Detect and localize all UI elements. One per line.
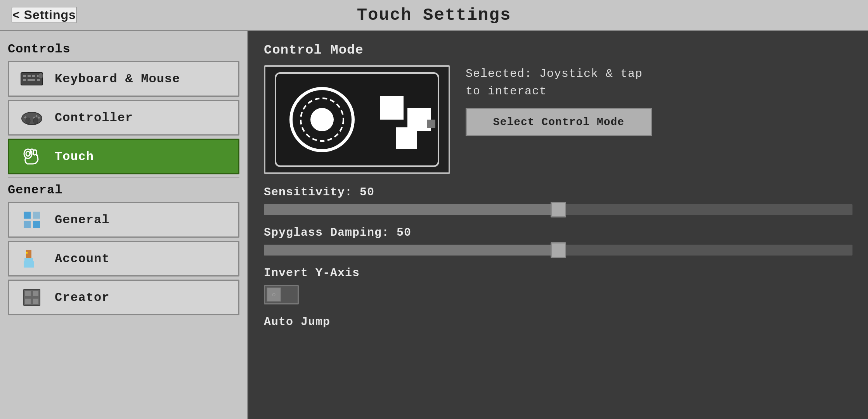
svg-rect-26 bbox=[24, 261, 34, 268]
controls-section-title: Controls bbox=[8, 42, 239, 56]
sensitivity-thumb[interactable] bbox=[551, 202, 566, 217]
svg-rect-6 bbox=[28, 79, 35, 81]
touch-label: Touch bbox=[55, 150, 94, 164]
invert-y-toggle-container: ○ bbox=[264, 285, 852, 304]
spyglass-fill bbox=[264, 245, 558, 256]
sidebar-item-creator[interactable]: Creator bbox=[8, 280, 239, 315]
invert-y-toggle[interactable]: ○ bbox=[264, 285, 299, 304]
sidebar: Controls Keyboard & Mouse bbox=[0, 31, 248, 419]
control-mode-preview bbox=[264, 65, 450, 174]
controller-label: Controller bbox=[55, 111, 133, 125]
keyboard-mouse-label: Keyboard & Mouse bbox=[55, 72, 180, 86]
control-mode-row: Selected: Joystick & tap to interact Sel… bbox=[264, 65, 852, 174]
account-label: Account bbox=[55, 252, 109, 266]
svg-rect-29 bbox=[25, 291, 31, 296]
svg-rect-5 bbox=[23, 79, 26, 81]
svg-rect-1 bbox=[23, 75, 26, 77]
svg-rect-30 bbox=[25, 299, 31, 304]
account-icon bbox=[18, 249, 45, 268]
sidebar-divider bbox=[8, 177, 239, 178]
sidebar-item-general[interactable]: General bbox=[8, 202, 239, 238]
svg-rect-20 bbox=[24, 212, 31, 219]
sidebar-item-controller[interactable]: Controller bbox=[8, 100, 239, 136]
svg-rect-3 bbox=[32, 75, 35, 77]
touch-icon bbox=[18, 147, 45, 166]
main-layout: Controls Keyboard & Mouse bbox=[0, 31, 868, 419]
svg-rect-11 bbox=[25, 116, 26, 118]
creator-icon bbox=[18, 288, 45, 307]
sidebar-item-keyboard-mouse[interactable]: Keyboard & Mouse bbox=[8, 61, 239, 97]
svg-rect-8 bbox=[39, 73, 43, 78]
general-label: General bbox=[55, 213, 109, 227]
svg-rect-7 bbox=[37, 79, 40, 81]
sensitivity-fill bbox=[264, 204, 558, 215]
svg-rect-25 bbox=[24, 258, 33, 261]
svg-rect-31 bbox=[33, 291, 38, 296]
svg-rect-23 bbox=[33, 221, 40, 228]
svg-point-16 bbox=[26, 118, 30, 124]
svg-rect-32 bbox=[33, 299, 38, 304]
selected-mode-label: Selected: Joystick & tap to interact bbox=[466, 65, 652, 100]
svg-point-19 bbox=[26, 151, 30, 156]
svg-point-36 bbox=[310, 108, 334, 131]
general-section-title: General bbox=[8, 183, 239, 197]
svg-rect-21 bbox=[24, 221, 31, 228]
svg-rect-40 bbox=[427, 120, 435, 128]
keyboard-mouse-icon bbox=[18, 69, 45, 89]
select-control-mode-button[interactable]: Select Control Mode bbox=[466, 108, 652, 136]
control-mode-title: Control Mode bbox=[264, 43, 852, 57]
svg-rect-27 bbox=[26, 252, 28, 254]
spyglass-setting: Spyglass Damping: 50 bbox=[264, 226, 852, 256]
invert-y-axis-setting: Invert Y-Axis ○ bbox=[264, 266, 852, 304]
svg-rect-39 bbox=[396, 127, 417, 149]
back-button[interactable]: < Settings bbox=[12, 7, 77, 23]
spyglass-thumb[interactable] bbox=[551, 242, 566, 258]
control-mode-right-panel: Selected: Joystick & tap to interact Sel… bbox=[466, 65, 652, 136]
sensitivity-label: Sensitivity: 50 bbox=[264, 186, 852, 199]
sidebar-item-touch[interactable]: Touch bbox=[8, 139, 239, 174]
svg-point-13 bbox=[38, 117, 40, 119]
controller-icon bbox=[18, 108, 45, 127]
svg-point-17 bbox=[33, 118, 38, 124]
sidebar-item-account[interactable]: Account bbox=[8, 241, 239, 276]
header: < Settings Touch Settings bbox=[0, 0, 868, 31]
auto-jump-label: Auto Jump bbox=[264, 315, 852, 329]
sensitivity-setting: Sensitivity: 50 bbox=[264, 186, 852, 215]
content-area: Control Mode bbox=[248, 31, 868, 419]
svg-rect-2 bbox=[28, 75, 31, 77]
svg-rect-24 bbox=[26, 250, 31, 258]
svg-rect-37 bbox=[380, 96, 404, 120]
creator-label: Creator bbox=[55, 290, 109, 305]
invert-y-toggle-thumb: ○ bbox=[267, 287, 281, 302]
svg-rect-22 bbox=[33, 212, 40, 219]
sensitivity-slider[interactable] bbox=[264, 204, 852, 215]
page-title: Touch Settings bbox=[357, 5, 511, 25]
spyglass-damping-label: Spyglass Damping: 50 bbox=[264, 226, 852, 239]
general-icon bbox=[18, 210, 45, 229]
auto-jump-setting: Auto Jump bbox=[264, 315, 852, 329]
invert-y-axis-label: Invert Y-Axis bbox=[264, 266, 852, 280]
svg-point-12 bbox=[36, 115, 38, 117]
spyglass-damping-slider[interactable] bbox=[264, 245, 852, 256]
